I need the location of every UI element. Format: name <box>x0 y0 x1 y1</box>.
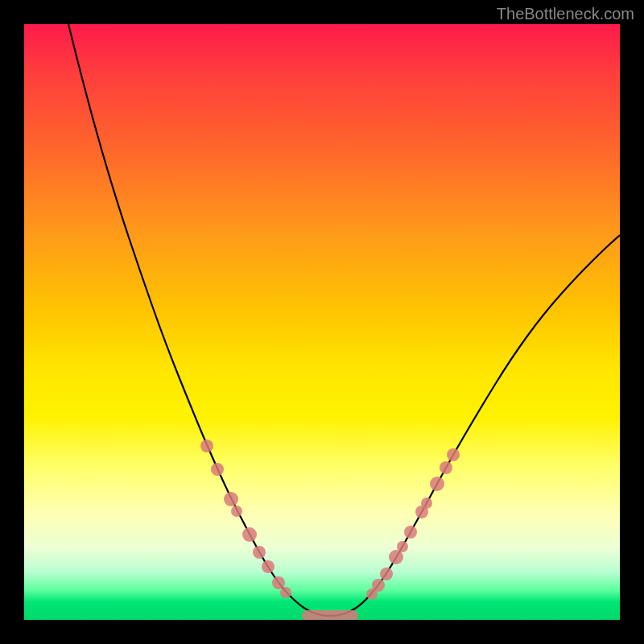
data-marker <box>224 492 238 506</box>
data-marker <box>242 527 257 542</box>
data-marker <box>253 546 266 559</box>
markers-right-group <box>366 448 460 600</box>
data-marker <box>211 463 224 476</box>
data-marker <box>447 448 460 461</box>
data-marker <box>440 461 452 474</box>
data-marker <box>231 506 242 517</box>
data-marker <box>404 526 417 539</box>
chart-area <box>24 24 620 620</box>
data-marker <box>380 568 393 580</box>
bottom-marker-pill <box>302 610 358 620</box>
plot-svg <box>24 24 620 620</box>
data-marker <box>272 576 285 589</box>
data-marker <box>397 541 408 552</box>
data-marker <box>262 560 275 573</box>
bottleneck-curve <box>68 24 620 616</box>
data-marker <box>200 440 213 452</box>
data-marker <box>430 477 444 491</box>
data-marker <box>421 497 432 509</box>
data-marker <box>280 587 291 598</box>
watermark-text: TheBottleneck.com <box>497 5 634 23</box>
data-marker <box>372 579 385 592</box>
